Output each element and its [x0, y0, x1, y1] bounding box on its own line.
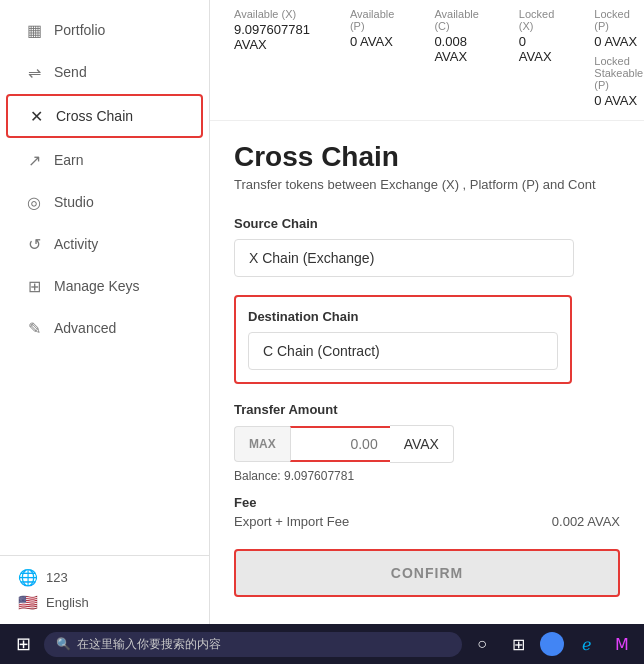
balance-value-avail-c: 0.008 AVAX: [434, 34, 478, 64]
taskbar-icons: ○ ⊞ ℯ Ⅿ: [468, 630, 636, 658]
balance-label-lock-p: Locked (P): [594, 8, 643, 32]
confirm-button[interactable]: CONFIRM: [234, 549, 620, 597]
advanced-icon: ✎: [24, 318, 44, 338]
sidebar-footer: 🌐 123 🇺🇸 English: [0, 555, 209, 624]
avax-currency-label: AVAX: [390, 425, 454, 463]
taskbar: ⊞ 🔍 在这里输入你要搜索的内容 ○ ⊞ ℯ Ⅿ: [0, 624, 644, 664]
destination-chain-label: Destination Chain: [248, 309, 558, 324]
network-label: 123: [46, 570, 68, 585]
balance-available-p: Available (P) 0 AVAX: [350, 8, 394, 108]
taskbar-search-text: 在这里输入你要搜索的内容: [77, 636, 221, 653]
language-label: English: [46, 595, 89, 610]
taskbar-edge-icon[interactable]: ℯ: [572, 630, 600, 658]
manage-keys-icon: ⊞: [24, 276, 44, 296]
balances-strip: Available (X) 9.097607781 AVAX Available…: [210, 0, 644, 121]
windows-start-button[interactable]: ⊞: [8, 629, 38, 659]
sidebar-item-cross-chain[interactable]: ✕ Cross Chain: [6, 94, 203, 138]
fee-type: Export + Import Fee: [234, 514, 349, 529]
source-chain-select[interactable]: X Chain (Exchange): [234, 239, 574, 277]
transfer-row: MAX AVAX: [234, 425, 620, 463]
balance-locked-p: Locked (P) 0 AVAX Locked Stakeable (P) 0…: [594, 8, 643, 108]
sidebar-item-earn[interactable]: ↗ Earn: [6, 140, 203, 180]
sidebar: ▦ Portfolio ⇌ Send ✕ Cross Chain ↗ Earn …: [0, 0, 210, 624]
destination-chain-value: C Chain (Contract): [263, 343, 380, 359]
sidebar-item-send[interactable]: ⇌ Send: [6, 52, 203, 92]
main-content: Available (X) 9.097607781 AVAX Available…: [210, 0, 644, 624]
sidebar-item-manage-keys[interactable]: ⊞ Manage Keys: [6, 266, 203, 306]
taskbar-app-icon[interactable]: Ⅿ: [608, 630, 636, 658]
sidebar-label-activity: Activity: [54, 236, 98, 252]
balance-value-lock-x: 0 AVAX: [519, 34, 554, 64]
sidebar-label-send: Send: [54, 64, 87, 80]
sidebar-label-manage-keys: Manage Keys: [54, 278, 140, 294]
balance-label-avail-x: Available (X): [234, 8, 310, 20]
balance-value-lock-p: 0 AVAX: [594, 34, 643, 49]
page-title: Cross Chain: [234, 141, 620, 173]
amount-input[interactable]: [290, 426, 390, 462]
taskbar-chrome-icon[interactable]: [540, 632, 564, 656]
balance-amount: 9.097607781: [284, 469, 354, 483]
send-icon: ⇌: [24, 62, 44, 82]
language-item: 🇺🇸 English: [18, 593, 191, 612]
sidebar-item-advanced[interactable]: ✎ Advanced: [6, 308, 203, 348]
sidebar-label-cross-chain: Cross Chain: [56, 108, 133, 124]
sidebar-nav: ▦ Portfolio ⇌ Send ✕ Cross Chain ↗ Earn …: [0, 0, 209, 555]
taskbar-search-bar[interactable]: 🔍 在这里输入你要搜索的内容: [44, 632, 462, 657]
taskbar-grid-icon[interactable]: ⊞: [504, 630, 532, 658]
source-chain-section: Source Chain X Chain (Exchange): [234, 216, 620, 277]
balance-value-lock-s: 0 AVAX: [594, 93, 643, 108]
taskbar-search-icon[interactable]: ○: [468, 630, 496, 658]
fee-row: Export + Import Fee 0.002 AVAX: [234, 514, 620, 529]
sidebar-item-studio[interactable]: ◎ Studio: [6, 182, 203, 222]
balance-available-x: Available (X) 9.097607781 AVAX: [234, 8, 310, 108]
search-icon-taskbar: 🔍: [56, 637, 71, 651]
balance-info: Balance: 9.097607781: [234, 469, 620, 483]
page-subtitle: Transfer tokens between Exchange (X) , P…: [234, 177, 620, 192]
earn-icon: ↗: [24, 150, 44, 170]
source-chain-value: X Chain (Exchange): [249, 250, 374, 266]
network-icon: 🌐: [18, 568, 38, 587]
balance-label-lock-x: Locked (X): [519, 8, 554, 32]
balance-label-text: Balance:: [234, 469, 281, 483]
sidebar-label-earn: Earn: [54, 152, 84, 168]
sidebar-label-studio: Studio: [54, 194, 94, 210]
transfer-amount-label: Transfer Amount: [234, 402, 620, 417]
language-icon: 🇺🇸: [18, 593, 38, 612]
sidebar-item-activity[interactable]: ↺ Activity: [6, 224, 203, 264]
destination-chain-select[interactable]: C Chain (Contract): [248, 332, 558, 370]
source-chain-label: Source Chain: [234, 216, 620, 231]
max-button[interactable]: MAX: [234, 426, 290, 462]
fee-title: Fee: [234, 495, 620, 510]
sidebar-item-portfolio[interactable]: ▦ Portfolio: [6, 10, 203, 50]
sidebar-label-advanced: Advanced: [54, 320, 116, 336]
balance-label-avail-c: Available (C): [434, 8, 478, 32]
activity-icon: ↺: [24, 234, 44, 254]
destination-chain-box: Destination Chain C Chain (Contract): [234, 295, 572, 384]
sidebar-label-portfolio: Portfolio: [54, 22, 105, 38]
portfolio-icon: ▦: [24, 20, 44, 40]
fee-value: 0.002 AVAX: [552, 514, 620, 529]
fee-section: Fee Export + Import Fee 0.002 AVAX: [234, 495, 620, 529]
balance-locked-x: Locked (X) 0 AVAX: [519, 8, 554, 108]
content-area: Cross Chain Transfer tokens between Exch…: [210, 121, 644, 617]
cross-chain-icon: ✕: [26, 106, 46, 126]
balance-available-c: Available (C) 0.008 AVAX: [434, 8, 478, 108]
balance-label-avail-p: Available (P): [350, 8, 394, 32]
balance-value-avail-p: 0 AVAX: [350, 34, 394, 49]
studio-icon: ◎: [24, 192, 44, 212]
balance-value-avail-x: 9.097607781 AVAX: [234, 22, 310, 52]
network-item: 🌐 123: [18, 568, 191, 587]
balance-label-lock-s: Locked Stakeable (P): [594, 55, 643, 91]
transfer-amount-section: Transfer Amount MAX AVAX Balance: 9.0976…: [234, 402, 620, 483]
